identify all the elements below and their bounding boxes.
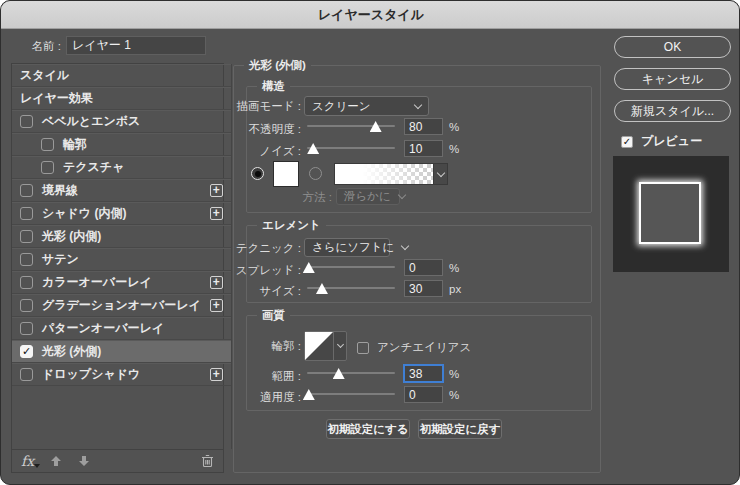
opacity-slider-track[interactable]: [307, 125, 395, 127]
chevron-down-icon: [336, 341, 343, 348]
gradient-picker: [334, 163, 448, 185]
dialog-titlebar[interactable]: レイヤースタイル: [1, 1, 740, 29]
sidebar-item-drop-shadow[interactable]: ドロップシャドウ+: [12, 363, 231, 386]
spread-input[interactable]: [404, 259, 443, 276]
pattern-overlay-checkbox[interactable]: [20, 322, 33, 335]
cancel-button[interactable]: キャンセル: [614, 68, 731, 90]
range-input[interactable]: [403, 364, 444, 383]
noise-unit: %: [449, 143, 459, 155]
chevron-down-icon: [436, 168, 444, 176]
glow-color-swatch[interactable]: [273, 161, 299, 187]
sidebar-item-styles[interactable]: スタイル: [12, 64, 231, 87]
color-overlay-add-icon[interactable]: +: [210, 276, 223, 289]
sidebar-footer: fx: [12, 449, 223, 472]
color-overlay-checkbox[interactable]: [20, 276, 33, 289]
antialias-label: アンチエイリアス: [377, 340, 471, 355]
sidebar-item-pattern-overlay[interactable]: パターンオーバーレイ: [12, 317, 231, 340]
sidebar-item-outer-glow[interactable]: ✓光彩 (外側): [12, 340, 231, 363]
noise-input[interactable]: [404, 140, 443, 157]
preview-toggle-row: ✓ プレビュー: [621, 133, 702, 150]
reset-default-button[interactable]: 初期設定に戻す: [418, 419, 502, 439]
gradient-overlay-checkbox[interactable]: [20, 299, 33, 312]
dialog-title: レイヤースタイル: [318, 6, 424, 24]
layer-style-dialog: レイヤースタイル 名前 : OK キャンセル 新規スタイル... ✓ プレビュー…: [0, 0, 740, 485]
range-unit: %: [449, 368, 459, 380]
style-preview-thumbnail: [613, 156, 729, 272]
noise-slider-track[interactable]: [307, 147, 395, 149]
contour-thumbnail[interactable]: [305, 332, 334, 360]
noise-label: ノイズ :: [229, 144, 301, 158]
sidebar-item-contour[interactable]: 輪郭: [12, 133, 231, 156]
contour-label: 輪郭 :: [229, 339, 301, 353]
fx-menu-button[interactable]: fx: [21, 453, 34, 469]
sidebar-item-gradient-overlay[interactable]: グラデーションオーバーレイ+: [12, 294, 231, 317]
drop-shadow-add-icon[interactable]: +: [210, 368, 223, 381]
preview-label: プレビュー: [641, 133, 702, 150]
range-slider[interactable]: [307, 366, 395, 380]
contour-picker: [304, 331, 347, 361]
move-effect-up-icon[interactable]: [50, 455, 62, 467]
sidebar-item-satin[interactable]: サテン: [12, 248, 231, 271]
satin-checkbox[interactable]: [20, 253, 33, 266]
sidebar-item-stroke[interactable]: 境界線+: [12, 179, 231, 202]
make-default-button[interactable]: 初期設定にする: [326, 419, 410, 439]
technique-label: テクニック :: [229, 241, 301, 255]
elements-legend: エレメント: [257, 218, 326, 233]
spread-unit: %: [449, 262, 459, 274]
preview-checkbox[interactable]: ✓: [621, 136, 633, 148]
size-unit: px: [449, 283, 461, 295]
noise-slider[interactable]: [307, 141, 395, 155]
sidebar-item-blending-options[interactable]: レイヤー効果: [12, 87, 231, 110]
delete-effect-trash-icon[interactable]: [201, 454, 214, 468]
new-style-button[interactable]: 新規スタイル...: [614, 100, 731, 122]
jitter-slider-track[interactable]: [307, 393, 395, 395]
opacity-input[interactable]: [404, 118, 443, 135]
name-label: 名前 :: [0, 39, 61, 53]
jitter-label: 適用度 :: [229, 390, 301, 404]
blend-mode-select[interactable]: スクリーン: [304, 96, 429, 116]
contour-dropdown-button[interactable]: [334, 332, 346, 360]
ok-button[interactable]: OK: [614, 36, 731, 58]
contour-checkbox[interactable]: [41, 138, 54, 151]
size-slider[interactable]: [307, 281, 395, 295]
stroke-add-icon[interactable]: +: [210, 184, 223, 197]
jitter-slider[interactable]: [307, 387, 395, 401]
drop-shadow-checkbox[interactable]: [20, 368, 33, 381]
chevron-down-icon: [414, 100, 422, 108]
structure-legend: 構造: [257, 79, 290, 94]
sidebar-item-inner-glow[interactable]: 光彩 (内側): [12, 225, 231, 248]
inner-shadow-add-icon[interactable]: +: [210, 207, 223, 220]
method-label: 方法 :: [260, 190, 332, 204]
spread-slider[interactable]: [307, 260, 395, 274]
color-fill-radio[interactable]: [251, 167, 264, 180]
gradient-fill-radio[interactable]: [309, 167, 322, 180]
opacity-label: 不透明度 :: [229, 122, 301, 136]
inner-shadow-checkbox[interactable]: [20, 207, 33, 220]
technique-select[interactable]: さらにソフトに: [304, 238, 390, 257]
bevel-emboss-checkbox[interactable]: [20, 115, 33, 128]
spread-slider-track[interactable]: [307, 266, 395, 268]
jitter-input[interactable]: [404, 386, 443, 403]
inner-glow-checkbox[interactable]: [20, 230, 33, 243]
opacity-slider[interactable]: [307, 119, 395, 133]
effects-sidebar: スタイル レイヤー効果 ベベルとエンボス 輪郭 テクスチャ 境界線+ シャドウ …: [11, 63, 224, 473]
outer-glow-checkbox[interactable]: ✓: [20, 345, 33, 358]
texture-checkbox[interactable]: [41, 161, 54, 174]
method-select: 滑らかに: [336, 188, 400, 205]
sidebar-item-color-overlay[interactable]: カラーオーバーレイ+: [12, 271, 231, 294]
gradient-overlay-add-icon[interactable]: +: [210, 299, 223, 312]
spread-label: スプレッド :: [229, 263, 301, 277]
antialias-row: アンチエイリアス: [357, 340, 471, 355]
sidebar-item-bevel-emboss[interactable]: ベベルとエンボス: [12, 110, 231, 133]
stroke-checkbox[interactable]: [20, 184, 33, 197]
range-slider-track[interactable]: [307, 372, 395, 374]
name-input[interactable]: [66, 36, 206, 55]
outer-glow-preview-square: [639, 182, 701, 244]
move-effect-down-icon[interactable]: [78, 455, 90, 467]
size-input[interactable]: [404, 280, 443, 297]
gradient-preview-bar[interactable]: [335, 164, 433, 184]
sidebar-item-texture[interactable]: テクスチャ: [12, 156, 231, 179]
sidebar-item-inner-shadow[interactable]: シャドウ (内側)+: [12, 202, 231, 225]
antialias-checkbox[interactable]: [357, 342, 369, 354]
gradient-dropdown-button[interactable]: [433, 164, 447, 184]
